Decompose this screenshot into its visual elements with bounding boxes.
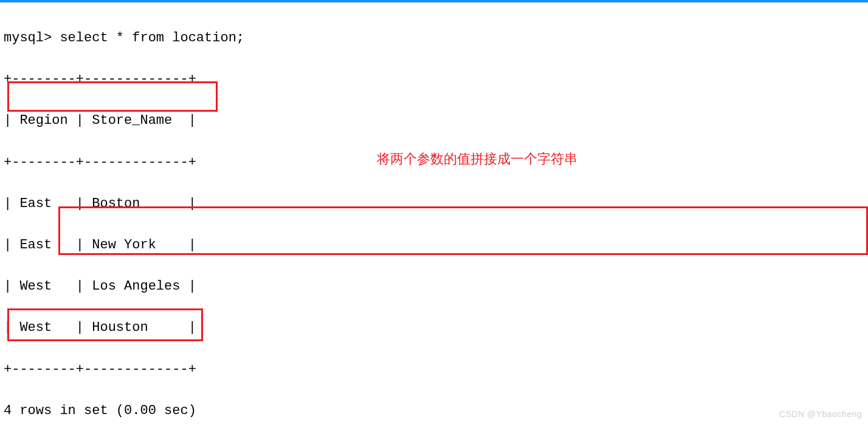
terminal-line: | Region | Store_Name |: [4, 110, 864, 131]
terminal-line: mysql> select * from location;: [4, 28, 864, 49]
terminal-line: | East | New York |: [4, 235, 864, 256]
watermark-text: CSDN @Ybaocheng: [779, 408, 862, 421]
terminal-line: 4 rows in set (0.00 sec): [4, 401, 864, 421]
terminal-output: mysql> select * from location; +--------…: [0, 2, 868, 425]
terminal-line: | West | Houston |: [4, 318, 864, 338]
terminal-line: | East | Boston |: [4, 194, 864, 214]
terminal-line: +--------+-------------+: [4, 359, 864, 380]
annotation-text: 将两个参数的值拼接成一个字符串: [377, 149, 577, 169]
terminal-line: +--------+-------------+: [4, 69, 864, 90]
terminal-line: | West | Los Angeles |: [4, 276, 864, 297]
